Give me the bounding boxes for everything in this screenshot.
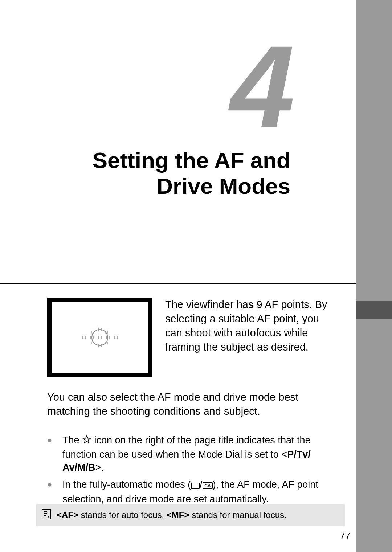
page-number: 77 <box>340 531 350 542</box>
bullet-1: The icon on the right of the page title … <box>47 434 338 474</box>
viewfinder-frame <box>47 298 152 377</box>
af-label: <AF> <box>57 510 78 520</box>
bullet-1-text-b: icon on the right of the page title indi… <box>62 435 310 460</box>
svg-point-0 <box>92 330 108 345</box>
af-def: stands for auto focus. <box>78 510 167 520</box>
page: 4 Setting the AF and Drive Modes <box>0 0 392 552</box>
bullet-1-text-a: The <box>62 435 82 446</box>
svg-text:CA: CA <box>204 483 211 488</box>
bullet-1-text-c: >. <box>95 462 104 473</box>
creative-auto-icon: CA <box>203 479 213 492</box>
footnote-text: <AF> stands for auto focus. <MF> stands … <box>57 510 287 520</box>
viewfinder-diagram <box>47 298 152 377</box>
bullet-2: In the fully-automatic modes (/CA), the … <box>47 478 338 506</box>
chapter-number: 4 <box>33 40 323 133</box>
svg-rect-15 <box>42 510 51 519</box>
full-auto-rect-icon <box>191 479 200 492</box>
mf-label: <MF> <box>167 510 189 520</box>
svg-rect-1 <box>98 336 101 339</box>
footnote-box: <AF> stands for auto focus. <MF> stands … <box>36 504 345 526</box>
star-icon <box>82 434 91 448</box>
side-tab <box>356 0 392 552</box>
chapter-title-line1: Setting the AF and <box>93 148 290 173</box>
section-divider <box>0 283 356 284</box>
chapter-title-line2: Drive Modes <box>156 173 290 199</box>
af-points-icon <box>74 323 125 352</box>
mf-def: stands for manual focus. <box>189 510 287 520</box>
slash-separator: / <box>200 479 203 490</box>
svg-rect-7 <box>114 336 117 339</box>
intro-paragraph-2: You can also select the AF mode and driv… <box>47 390 338 418</box>
bullet-2-text-a: In the fully-automatic modes ( <box>62 479 191 490</box>
svg-rect-12 <box>191 483 199 489</box>
svg-rect-6 <box>82 336 85 339</box>
chapter-header: 4 Setting the AF and Drive Modes <box>33 40 323 199</box>
bullet-list: The icon on the right of the page title … <box>47 434 338 510</box>
chapter-title: Setting the AF and Drive Modes <box>33 147 323 199</box>
note-icon <box>41 509 52 521</box>
intro-row: The viewfinder has 9 AF points. By selec… <box>47 298 338 377</box>
intro-paragraph-1: The viewfinder has 9 AF points. By selec… <box>165 298 338 377</box>
side-tab-marker <box>356 301 392 319</box>
